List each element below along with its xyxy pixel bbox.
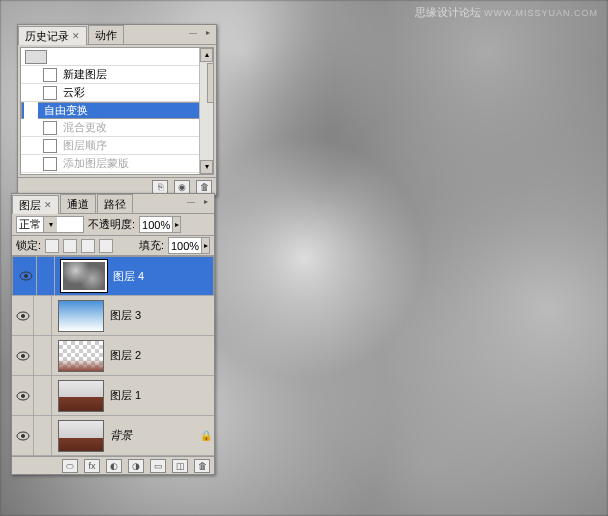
visibility-eye-icon[interactable] xyxy=(12,416,34,456)
svg-point-5 xyxy=(21,354,25,358)
lock-row: 锁定: 填充: 100% ▸ xyxy=(12,236,214,256)
chevron-right-icon: ▸ xyxy=(172,217,180,232)
visibility-eye-icon[interactable] xyxy=(12,376,34,416)
scroll-up-icon[interactable]: ▴ xyxy=(200,48,213,62)
new-doc-icon[interactable]: ⎘ xyxy=(152,180,168,194)
layer-thumb[interactable] xyxy=(58,380,104,412)
svg-point-9 xyxy=(21,434,25,438)
step-icon xyxy=(43,121,57,135)
mask-icon[interactable]: ◐ xyxy=(106,459,122,473)
layers-footer: ⬭ fx ◐ ◑ ▭ ◫ 🗑 xyxy=(12,456,214,474)
chevron-down-icon: ▾ xyxy=(43,217,57,232)
layer-options: 正常 ▾ 不透明度: 100% ▸ xyxy=(12,214,214,236)
layer-name[interactable]: 图层 3 xyxy=(110,308,214,323)
link-cell[interactable] xyxy=(34,376,52,416)
lock-label: 锁定: xyxy=(16,238,41,253)
step-icon xyxy=(43,139,57,153)
layer-row[interactable]: 背景🔒 xyxy=(12,416,214,456)
trash-icon[interactable]: 🗑 xyxy=(194,459,210,473)
snapshot-icon[interactable]: ◉ xyxy=(174,180,190,194)
fill-label: 填充: xyxy=(139,238,164,253)
fx-icon[interactable]: fx xyxy=(84,459,100,473)
fill-value: 100% xyxy=(171,240,199,252)
blend-mode-value: 正常 xyxy=(19,217,41,232)
opacity-input[interactable]: 100% ▸ xyxy=(139,216,181,233)
menu-icon[interactable]: ▸ xyxy=(202,27,214,37)
lock-paint-icon[interactable] xyxy=(63,239,77,253)
svg-point-3 xyxy=(21,314,25,318)
layer-row[interactable]: 图层 4 xyxy=(12,256,214,296)
history-item[interactable]: 新建图层 xyxy=(21,66,213,84)
history-item[interactable]: 图层顺序 xyxy=(21,137,213,155)
history-item-label: 混合更改 xyxy=(63,120,107,135)
layer-thumb[interactable] xyxy=(58,420,104,452)
visibility-eye-icon[interactable] xyxy=(12,336,34,376)
scroll-thumb[interactable] xyxy=(207,63,214,103)
blend-mode-select[interactable]: 正常 ▾ xyxy=(16,216,84,233)
layer-name[interactable]: 图层 2 xyxy=(110,348,214,363)
opacity-value: 100% xyxy=(142,219,170,231)
link-cell[interactable] xyxy=(34,296,52,336)
layer-name[interactable]: 背景 xyxy=(110,428,198,443)
tab-动作[interactable]: 动作 xyxy=(88,25,124,44)
folder-icon[interactable]: ▭ xyxy=(150,459,166,473)
history-snapshot[interactable] xyxy=(21,48,213,66)
tab-路径[interactable]: 路径 xyxy=(97,194,133,213)
watermark-url: WWW.MISSYUAN.COM xyxy=(484,8,598,18)
menu-icon[interactable]: ▸ xyxy=(200,196,212,206)
lock-move-icon[interactable] xyxy=(81,239,95,253)
history-tabbar: 历史记录✕动作 — ▸ xyxy=(18,25,216,45)
layer-row[interactable]: 图层 3 xyxy=(12,296,214,336)
layers-list: 图层 4图层 3图层 2图层 1背景🔒 xyxy=(12,256,214,456)
history-item[interactable]: 混合更改 xyxy=(21,119,213,137)
tab-通道[interactable]: 通道 xyxy=(60,194,96,213)
link-cell[interactable] xyxy=(34,336,52,376)
link-icon[interactable]: ⬭ xyxy=(62,459,78,473)
lock-icon: 🔒 xyxy=(198,430,214,441)
fill-input[interactable]: 100% ▸ xyxy=(168,237,210,254)
history-panel: 历史记录✕动作 — ▸ 新建图层云彩自由变换混合更改图层顺序添加图层蒙版 ▴ ▾… xyxy=(17,24,217,196)
minimize-icon[interactable]: — xyxy=(187,27,199,37)
history-item[interactable]: 添加图层蒙版 xyxy=(21,155,213,173)
layer-name[interactable]: 图层 1 xyxy=(110,388,214,403)
adjustment-icon[interactable]: ◑ xyxy=(128,459,144,473)
link-cell[interactable] xyxy=(37,256,55,296)
svg-point-1 xyxy=(24,274,28,278)
lock-all-icon[interactable] xyxy=(99,239,113,253)
close-icon[interactable]: ✕ xyxy=(72,31,80,41)
layers-panel: 图层✕通道路径 — ▸ 正常 ▾ 不透明度: 100% ▸ 锁定: 填充: 10… xyxy=(11,193,215,475)
layer-row[interactable]: 图层 1 xyxy=(12,376,214,416)
step-icon xyxy=(24,102,38,119)
scrollbar[interactable]: ▴ ▾ xyxy=(199,48,213,174)
snapshot-thumb-icon xyxy=(25,50,47,64)
layer-thumb[interactable] xyxy=(58,300,104,332)
history-item-label: 新建图层 xyxy=(63,67,107,82)
history-item[interactable]: 云彩 xyxy=(21,84,213,102)
layers-tabbar: 图层✕通道路径 — ▸ xyxy=(12,194,214,214)
layer-thumb[interactable] xyxy=(58,340,104,372)
step-icon xyxy=(43,86,57,100)
trash-icon[interactable]: 🗑 xyxy=(196,180,212,194)
visibility-eye-icon[interactable] xyxy=(15,256,37,296)
tab-图层[interactable]: 图层✕ xyxy=(12,195,59,214)
lock-transparent-icon[interactable] xyxy=(45,239,59,253)
minimize-icon[interactable]: — xyxy=(185,196,197,206)
watermark-text: 思缘设计论坛 xyxy=(415,6,481,18)
svg-point-7 xyxy=(21,394,25,398)
tab-历史记录[interactable]: 历史记录✕ xyxy=(18,26,87,45)
history-item[interactable]: 自由变换 xyxy=(21,102,213,119)
layer-name[interactable]: 图层 4 xyxy=(113,269,211,284)
scroll-down-icon[interactable]: ▾ xyxy=(200,160,213,174)
chevron-right-icon: ▸ xyxy=(201,238,209,253)
new-layer-icon[interactable]: ◫ xyxy=(172,459,188,473)
history-item-label: 添加图层蒙版 xyxy=(63,156,129,171)
layer-row[interactable]: 图层 2 xyxy=(12,336,214,376)
close-icon[interactable]: ✕ xyxy=(44,200,52,210)
step-icon xyxy=(43,68,57,82)
history-item-label: 图层顺序 xyxy=(63,138,107,153)
layer-thumb[interactable] xyxy=(61,260,107,292)
watermark: 思缘设计论坛 WWW.MISSYUAN.COM xyxy=(415,5,598,20)
visibility-eye-icon[interactable] xyxy=(12,296,34,336)
link-cell[interactable] xyxy=(34,416,52,456)
opacity-label: 不透明度: xyxy=(88,217,135,232)
